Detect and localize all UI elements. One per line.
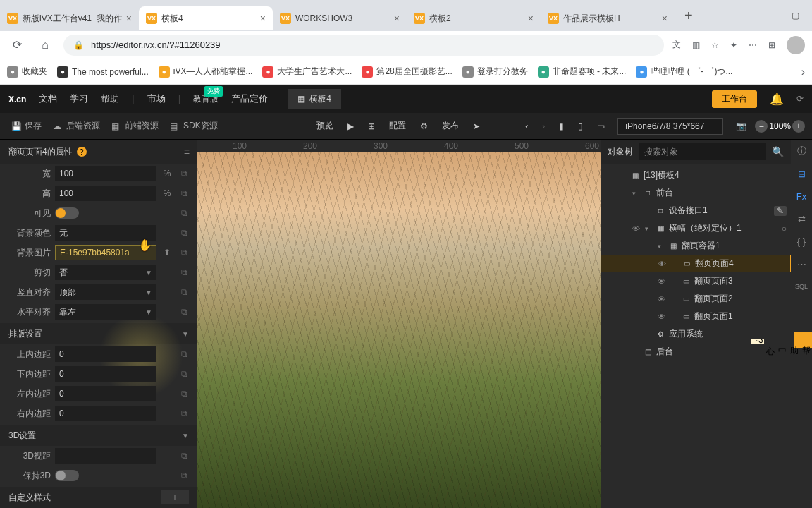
- menu-edu[interactable]: 教育版免费: [193, 93, 219, 105]
- tree-node[interactable]: ▾□前台: [601, 184, 791, 202]
- padtop-input[interactable]: 0: [55, 346, 156, 362]
- visibility-icon[interactable]: 👁: [656, 260, 668, 268]
- clip-select[interactable]: 否▼: [55, 265, 156, 280]
- minimize-button[interactable]: —: [770, 11, 779, 20]
- debug-button[interactable]: ⊞: [362, 119, 381, 134]
- play-button[interactable]: ▶: [342, 119, 359, 134]
- menu-market[interactable]: 市场: [147, 92, 180, 105]
- halign-select[interactable]: 靠左▼: [55, 304, 156, 320]
- tree-node[interactable]: □设备接口1✎: [601, 202, 791, 219]
- rail-sql-icon[interactable]: SQL: [794, 279, 808, 294]
- rail-arrow-icon[interactable]: ⇄: [794, 212, 808, 226]
- bookmark-item[interactable]: ●收藏夹: [7, 66, 47, 78]
- custom-style-section[interactable]: 自定义样式+: [0, 487, 197, 508]
- reload-button[interactable]: ⟳: [7, 38, 27, 52]
- translate-icon[interactable]: 文: [672, 39, 681, 51]
- help-center-float[interactable]: 帮助中心?: [794, 332, 812, 348]
- extensions-icon[interactable]: ✦: [730, 40, 737, 50]
- bookmark-item[interactable]: ●iVX—人人都能掌握...: [159, 66, 253, 78]
- save-button[interactable]: 💾保存: [7, 120, 46, 132]
- width-input[interactable]: 100: [55, 166, 156, 181]
- copy-icon[interactable]: ⧉: [178, 169, 190, 179]
- browser-tab[interactable]: VX横板4×: [139, 6, 273, 30]
- overflow-icon[interactable]: ⋯: [749, 40, 757, 50]
- copy-icon[interactable]: ⧉: [178, 369, 190, 379]
- collections-icon[interactable]: ⊞: [768, 40, 775, 50]
- app-document-tab[interactable]: ▦ 横板4: [288, 89, 341, 109]
- publish-button[interactable]: 发布: [436, 117, 465, 135]
- tree-node[interactable]: ▾▦翻页容器1: [601, 237, 791, 255]
- panel-menu-icon[interactable]: ≡: [184, 146, 189, 157]
- align-center-icon[interactable]: ▯: [572, 119, 589, 134]
- expand-icon[interactable]: ▾: [658, 243, 665, 250]
- tree-node[interactable]: ◫后台: [601, 343, 791, 361]
- zoom-in[interactable]: +: [792, 120, 805, 133]
- tree-search-input[interactable]: 搜索对象: [639, 143, 766, 160]
- browser-tab[interactable]: VX新版iVX工作台v41_我的作×: [0, 6, 139, 30]
- width-unit[interactable]: %: [161, 169, 173, 179]
- tree-node[interactable]: ▦[13]横板4: [601, 167, 791, 184]
- swirl-icon[interactable]: ⟳: [796, 94, 804, 104]
- copy-icon[interactable]: ⧉: [178, 248, 190, 258]
- 3d-perspective-input[interactable]: [55, 448, 156, 464]
- bookmark-item[interactable]: ●登录打分教务: [462, 66, 528, 78]
- expand-icon[interactable]: ▾: [645, 225, 652, 232]
- tree-node[interactable]: 👁▾▦横幅（绝对定位）1○: [601, 219, 791, 237]
- align-left-icon[interactable]: ▮: [553, 119, 570, 134]
- profile-avatar[interactable]: [787, 36, 805, 54]
- valign-select[interactable]: 顶部▼: [55, 284, 156, 300]
- bookmarks-overflow[interactable]: ›: [801, 66, 805, 78]
- browser-tab[interactable]: VX作品展示横板H×: [541, 6, 675, 30]
- padleft-input[interactable]: 0: [55, 386, 156, 401]
- padbot-input[interactable]: 0: [55, 366, 156, 382]
- menu-pricing[interactable]: 产品定价: [231, 92, 268, 105]
- tree-node[interactable]: 👁▭翻页页面4: [601, 255, 791, 272]
- copy-icon[interactable]: ⧉: [178, 349, 190, 359]
- tab-close-icon[interactable]: ×: [528, 13, 534, 24]
- visibility-icon[interactable]: 👁: [630, 224, 641, 233]
- sdk-resources[interactable]: ▤SDK资源: [166, 120, 222, 132]
- reader-icon[interactable]: ▥: [692, 40, 700, 50]
- canvas-area[interactable]: 100 200 300 400 500 600: [197, 140, 601, 508]
- menu-docs[interactable]: 文档: [39, 92, 57, 105]
- home-button[interactable]: ⌂: [35, 39, 55, 52]
- copy-icon[interactable]: ⧉: [178, 409, 190, 418]
- height-unit[interactable]: %: [161, 188, 173, 198]
- visibility-icon[interactable]: 👁: [656, 313, 667, 321]
- visibility-icon[interactable]: 👁: [656, 277, 667, 286]
- menu-learn[interactable]: 学习: [70, 92, 88, 105]
- copy-icon[interactable]: ⧉: [178, 471, 190, 480]
- settings-icon[interactable]: ⚙: [414, 119, 433, 134]
- visibility-icon[interactable]: 👁: [656, 295, 667, 303]
- device-frame-icon[interactable]: ▭: [591, 119, 610, 134]
- bookmark-item[interactable]: ●哔哩哔哩 ( ゜- ゜)つ...: [636, 66, 732, 78]
- help-icon[interactable]: ?: [77, 147, 87, 157]
- canvas-preview[interactable]: [197, 152, 601, 508]
- tab-close-icon[interactable]: ×: [662, 13, 668, 24]
- copy-icon[interactable]: ⧉: [178, 451, 190, 461]
- tab-close-icon[interactable]: ×: [394, 13, 400, 24]
- bookmark-item[interactable]: ●The most powerful...: [57, 66, 149, 78]
- tab-close-icon[interactable]: ×: [126, 13, 132, 24]
- browser-tab[interactable]: VX横板2×: [407, 6, 541, 30]
- rail-info-icon[interactable]: ⓘ: [794, 144, 808, 158]
- add-style-button[interactable]: +: [161, 490, 189, 504]
- expand-icon[interactable]: ▾: [632, 190, 639, 197]
- search-icon[interactable]: 🔍: [772, 146, 784, 157]
- app-logo[interactable]: X.cn: [8, 92, 26, 105]
- workspace-button[interactable]: 工作台: [712, 90, 757, 108]
- rail-more-icon[interactable]: ⋯: [794, 257, 808, 271]
- url-input[interactable]: 🔒 https://editor.ivx.cn/?#11260239: [63, 35, 664, 56]
- send-icon[interactable]: ➤: [467, 119, 486, 134]
- copy-icon[interactable]: ⧉: [178, 389, 190, 399]
- nav-back[interactable]: ‹: [519, 119, 534, 134]
- tree-node[interactable]: 👁▭翻页页面1: [601, 308, 791, 325]
- visible-toggle[interactable]: [55, 207, 79, 219]
- rail-fx-icon[interactable]: Fx: [794, 189, 808, 203]
- zoom-out[interactable]: −: [755, 120, 768, 133]
- tree-node[interactable]: 👁▭翻页页面3: [601, 272, 791, 290]
- backend-resources[interactable]: ☁后端资源: [49, 120, 104, 132]
- device-selector[interactable]: iPhone6/7/8 375*667: [617, 118, 723, 135]
- camera-icon[interactable]: 📷: [730, 119, 752, 134]
- favorite-icon[interactable]: ☆: [711, 40, 719, 50]
